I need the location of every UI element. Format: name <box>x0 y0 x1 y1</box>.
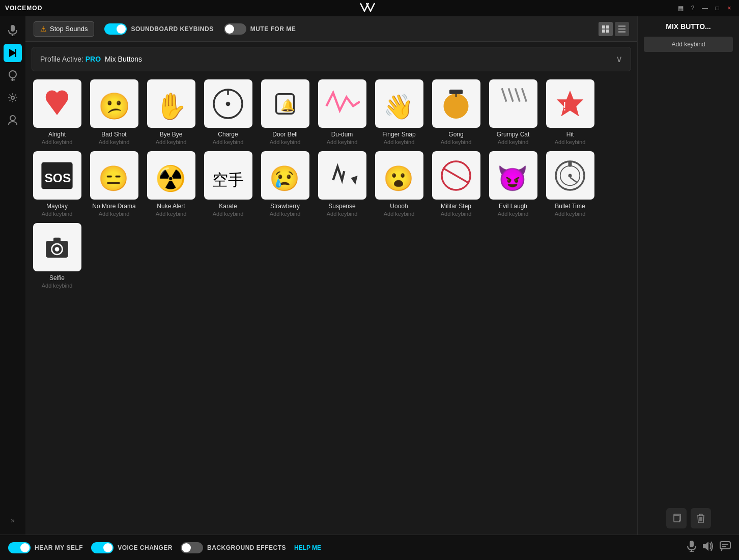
background-effects-toggle[interactable] <box>181 542 203 553</box>
sound-card-name-label: No More Drama <box>92 203 135 210</box>
sound-card-image <box>432 79 480 128</box>
sound-card-image <box>33 79 81 128</box>
svg-point-25 <box>444 93 469 118</box>
svg-rect-14 <box>618 25 626 27</box>
sidebar-item-mic[interactable] <box>4 21 22 40</box>
svg-text:😢: 😢 <box>269 163 300 192</box>
sound-card-suspense[interactable]: SuspenseAdd keybind <box>317 151 367 217</box>
title-bar-left: VOICEMOD <box>5 5 42 12</box>
view-list-button[interactable] <box>615 22 629 36</box>
sound-card-bye-bye[interactable]: ✋Bye ByeAdd keybind <box>146 79 196 145</box>
sidebar-item-profile[interactable] <box>4 111 22 129</box>
sidebar-item-soundboard[interactable] <box>4 44 22 62</box>
view-buttons <box>599 22 629 36</box>
sound-card-door-bell[interactable]: 🔔Door BellAdd keybind <box>260 79 310 145</box>
svg-rect-62 <box>720 542 730 549</box>
sidebar-expand[interactable]: » <box>6 511 20 529</box>
sound-card-keybind-label[interactable]: Add keybind <box>42 283 73 289</box>
app-body: » ⚠ Stop Sounds SOUNDBOARD KEYBINDS MUTE… <box>0 16 739 535</box>
close-button[interactable]: × <box>725 4 734 13</box>
hear-myself-toggle[interactable] <box>8 542 31 553</box>
sound-card-bullet-time[interactable]: Bullet TimeAdd keybind <box>545 151 595 217</box>
help-me-link[interactable]: HELP ME <box>294 544 321 551</box>
sound-card-image <box>318 79 366 128</box>
sound-card-keybind-label[interactable]: Add keybind <box>555 139 586 145</box>
sound-card-image: 😑 <box>90 151 138 200</box>
maximize-button[interactable]: □ <box>713 4 722 13</box>
sound-card-keybind-label[interactable]: Add keybind <box>156 139 187 145</box>
sound-card-mayday[interactable]: SOSMaydayAdd keybind <box>32 151 82 217</box>
sound-card-keybind-label[interactable]: Add keybind <box>441 211 472 217</box>
sound-card-finger-snap[interactable]: 👋Finger SnapAdd keybind <box>374 79 424 145</box>
sound-card-keybind-label[interactable]: Add keybind <box>42 211 73 217</box>
grid-title-button[interactable]: ▦ <box>676 4 685 13</box>
sound-card-keybind-label[interactable]: Add keybind <box>327 139 358 145</box>
speaker-bottom-icon[interactable] <box>702 541 714 554</box>
svg-text:😮: 😮 <box>383 163 414 192</box>
sound-card-keybind-label[interactable]: Add keybind <box>270 211 301 217</box>
sound-card-keybind-label[interactable]: Add keybind <box>156 211 187 217</box>
sound-card-du-dum[interactable]: Du-dumAdd keybind <box>317 79 367 145</box>
mic-bottom-icon[interactable] <box>687 541 696 554</box>
svg-line-28 <box>502 88 506 101</box>
sound-card-keybind-label[interactable]: Add keybind <box>441 139 472 145</box>
copy-button[interactable] <box>666 508 687 528</box>
sound-card-name-label: Hit <box>566 131 574 138</box>
sound-card-grumpy-cat[interactable]: Grumpy CatAdd keybind <box>488 79 538 145</box>
sound-card-alright[interactable]: AlrightAdd keybind <box>32 79 82 145</box>
view-grid-button[interactable] <box>599 22 613 36</box>
vm-logo <box>360 2 379 15</box>
mute-for-me-toggle[interactable] <box>224 23 246 35</box>
sound-card-keybind-label[interactable]: Add keybind <box>327 211 358 217</box>
minimize-button[interactable]: — <box>700 4 709 13</box>
right-panel: MIX BUTTO... Add keybind <box>637 16 739 535</box>
stop-sounds-button[interactable]: ⚠ Stop Sounds <box>34 21 94 37</box>
delete-button[interactable] <box>691 508 711 528</box>
chat-bottom-icon[interactable] <box>720 541 731 554</box>
svg-rect-47 <box>569 161 572 167</box>
sound-card-image: 😮 <box>375 151 423 200</box>
sound-card-selfie[interactable]: SelfieAdd keybind <box>32 223 82 289</box>
sound-card-keybind-label[interactable]: Add keybind <box>99 139 130 145</box>
sound-card-keybind-label[interactable]: Add keybind <box>555 211 586 217</box>
svg-marker-32 <box>557 90 584 116</box>
sound-card-image: ☢️ <box>147 151 195 200</box>
profile-banner[interactable]: Profile Active: PRO Mix Buttons ∨ <box>32 47 631 71</box>
sound-card-strawberry[interactable]: 😢StrawberryAdd keybind <box>260 151 310 217</box>
sound-card-militar-step[interactable]: Militar StepAdd keybind <box>431 151 481 217</box>
sidebar: » <box>0 16 25 535</box>
right-panel-add-keybind-button[interactable]: Add keybind <box>644 37 733 52</box>
sound-card-gong[interactable]: GongAdd keybind <box>431 79 481 145</box>
sound-card-bad-shot[interactable]: 😕Bad ShotAdd keybind <box>89 79 139 145</box>
sound-card-keybind-label[interactable]: Add keybind <box>270 139 301 145</box>
sound-card-name-label: Karate <box>219 203 237 210</box>
sound-card-nuke-alert[interactable]: ☢️Nuke AlertAdd keybind <box>146 151 196 217</box>
sound-card-name-label: Evil Laugh <box>499 203 527 210</box>
sound-card-charge[interactable]: ChargeAdd keybind <box>203 79 253 145</box>
sound-card-uoooh[interactable]: 😮UooohAdd keybind <box>374 151 424 217</box>
sound-card-keybind-label[interactable]: Add keybind <box>213 211 244 217</box>
sound-card-keybind-label[interactable]: Add keybind <box>99 211 130 217</box>
sound-card-keybind-label[interactable]: Add keybind <box>498 211 529 217</box>
chevron-down-icon[interactable]: ∨ <box>616 53 622 65</box>
sound-card-keybind-label[interactable]: Add keybind <box>213 139 244 145</box>
sound-card-image <box>432 151 480 200</box>
sound-card-hit[interactable]: !HitAdd keybind <box>545 79 595 145</box>
sidebar-item-effects[interactable] <box>4 66 22 85</box>
sound-card-no-more-drama[interactable]: 😑No More DramaAdd keybind <box>89 151 139 217</box>
sound-card-keybind-label[interactable]: Add keybind <box>384 139 415 145</box>
svg-point-9 <box>10 116 15 121</box>
sound-card-karate[interactable]: 空手KarateAdd keybind <box>203 151 253 217</box>
sound-card-keybind-label[interactable]: Add keybind <box>384 211 415 217</box>
voice-changer-toggle[interactable] <box>91 542 113 553</box>
help-title-button[interactable]: ? <box>688 4 697 13</box>
bottom-bar: HEAR MY SELF VOICE CHANGER BACKGROUND EF… <box>0 535 739 560</box>
sound-card-keybind-label[interactable]: Add keybind <box>498 139 529 145</box>
sound-card-keybind-label[interactable]: Add keybind <box>42 139 73 145</box>
sound-card-name-label: Charge <box>218 131 238 138</box>
svg-rect-10 <box>602 25 605 29</box>
sidebar-item-settings[interactable] <box>4 89 22 107</box>
soundboard-keybinds-toggle[interactable] <box>104 23 127 35</box>
sound-card-name-label: Alright <box>48 131 66 138</box>
sound-card-evil-laugh[interactable]: 😈Evil LaughAdd keybind <box>488 151 538 217</box>
